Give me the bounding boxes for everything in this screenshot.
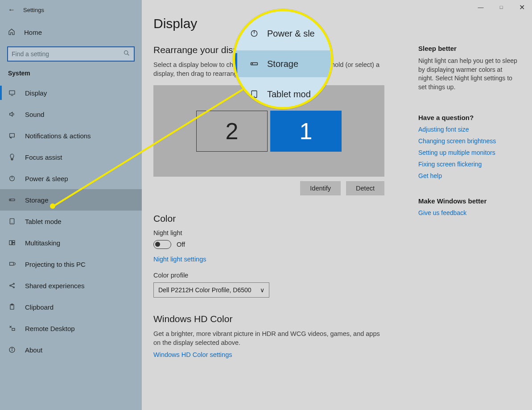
storage-icon xyxy=(8,196,16,203)
chevron-down-icon: ∨ xyxy=(260,286,264,294)
sidebar-item-label: About xyxy=(25,346,42,354)
sidebar-item-focus-assist[interactable]: Focus assist xyxy=(0,146,142,168)
svg-point-18 xyxy=(13,287,15,288)
night-light-label: Night light xyxy=(153,229,520,236)
sidebar-item-label: Display xyxy=(25,89,47,97)
projecting-icon xyxy=(8,261,16,268)
window-title: Settings xyxy=(23,7,44,13)
svg-point-28 xyxy=(12,348,12,348)
sidebar-item-label: Clipboard xyxy=(25,303,54,311)
sidebar-item-clipboard[interactable]: Clipboard xyxy=(0,296,142,318)
sidebar-item-remote-desktop[interactable]: Remote Desktop xyxy=(0,318,142,339)
svg-line-20 xyxy=(11,286,13,287)
svg-line-19 xyxy=(11,284,13,286)
svg-marker-4 xyxy=(10,112,12,116)
sidebar-item-label: Power & sleep xyxy=(25,175,68,182)
svg-rect-2 xyxy=(9,91,15,94)
sidebar-item-multitasking[interactable]: Multitasking xyxy=(0,232,142,253)
monitor-2[interactable]: 2 xyxy=(196,111,268,152)
toggle-state: Off xyxy=(177,241,185,248)
sidebar-item-storage[interactable]: Storage xyxy=(0,189,142,211)
hd-color-desc: Get a brighter, more vibrant picture in … xyxy=(153,330,385,347)
sidebar-section-label: System xyxy=(0,68,142,82)
close-button[interactable]: ✕ xyxy=(511,0,532,14)
feedback-link[interactable]: Give us feedback xyxy=(418,209,519,216)
color-profile-value: Dell P2212H Color Profile, D6500 xyxy=(158,286,252,294)
help-link[interactable]: Fixing screen flickering xyxy=(418,161,519,168)
sidebar-item-projecting[interactable]: Projecting to this PC xyxy=(0,253,142,275)
help-link[interactable]: Get help xyxy=(418,172,519,179)
window-controls: — □ ✕ xyxy=(470,0,532,14)
about-icon xyxy=(8,346,16,353)
rearrange-desc: Select a display below to change the set… xyxy=(153,61,385,78)
feedback-title: Make Windows better xyxy=(418,197,519,205)
search-input[interactable] xyxy=(12,50,123,58)
help-link[interactable]: Changing screen brightness xyxy=(418,137,519,145)
focus-assist-icon xyxy=(8,153,16,161)
display-arrangement[interactable]: 2 1 xyxy=(153,85,384,177)
search-icon xyxy=(123,50,130,58)
sleep-better-title: Sleep better xyxy=(418,45,519,52)
search-box[interactable] xyxy=(7,46,135,62)
svg-line-1 xyxy=(128,54,129,56)
svg-rect-12 xyxy=(9,240,12,244)
svg-point-17 xyxy=(13,283,15,285)
sidebar-item-display[interactable]: Display xyxy=(0,82,142,104)
sidebar-item-label: Notifications & actions xyxy=(25,132,91,140)
sleep-better-body: Night light can help you get to sleep by… xyxy=(418,57,519,91)
minimize-button[interactable]: — xyxy=(470,0,491,14)
multitasking-icon xyxy=(8,239,16,246)
sidebar-item-notifications[interactable]: Notifications & actions xyxy=(0,125,142,146)
hd-color-settings-link[interactable]: Windows HD Color settings xyxy=(153,351,232,358)
sidebar-item-label: Tablet mode xyxy=(25,218,62,225)
shared-icon xyxy=(8,282,16,289)
svg-rect-25 xyxy=(12,328,15,331)
sidebar-item-label: Focus assist xyxy=(25,153,62,161)
sidebar-item-shared-experiences[interactable]: Shared experiences xyxy=(0,275,142,296)
svg-point-0 xyxy=(124,51,128,54)
color-profile-select[interactable]: Dell P2212H Color Profile, D6500 ∨ xyxy=(153,282,269,298)
sidebar-item-sound[interactable]: Sound xyxy=(0,104,142,125)
power-icon xyxy=(8,175,16,182)
monitor-1[interactable]: 1 xyxy=(270,111,342,152)
sidebar-home[interactable]: Home xyxy=(0,22,142,42)
svg-rect-13 xyxy=(12,240,15,242)
svg-rect-15 xyxy=(10,262,14,265)
color-profile-label: Color profile xyxy=(153,272,520,279)
night-light-settings-link[interactable]: Night light settings xyxy=(153,256,206,263)
clipboard-icon xyxy=(8,303,16,311)
display-icon xyxy=(8,89,16,96)
titlebar-left: ← Settings xyxy=(0,0,142,20)
hd-color-heading: Windows HD Color xyxy=(153,314,520,324)
svg-rect-14 xyxy=(12,243,15,245)
sidebar: ← Settings Home System Display Sound Not… xyxy=(0,0,142,410)
sidebar-item-power-sleep[interactable]: Power & sleep xyxy=(0,168,142,189)
sidebar-item-label: Remote Desktop xyxy=(25,325,75,332)
svg-point-16 xyxy=(10,285,11,286)
sidebar-item-label: Projecting to this PC xyxy=(25,261,86,268)
notifications-icon xyxy=(8,132,16,139)
sidebar-item-label: Sound xyxy=(25,111,44,118)
svg-point-9 xyxy=(10,199,11,200)
right-panel: Sleep better Night light can help you ge… xyxy=(418,45,519,221)
help-link[interactable]: Setting up multiple monitors xyxy=(418,149,519,156)
night-light-toggle[interactable] xyxy=(153,240,171,249)
remote-desktop-icon xyxy=(8,325,16,332)
sidebar-item-tablet-mode[interactable]: Tablet mode xyxy=(0,211,142,232)
sound-icon xyxy=(8,111,16,118)
main-content: Display Rearrange your displays Select a… xyxy=(142,0,532,410)
back-icon[interactable]: ← xyxy=(8,6,15,14)
tablet-icon xyxy=(8,218,16,225)
maximize-button[interactable]: □ xyxy=(491,0,511,14)
help-link[interactable]: Adjusting font size xyxy=(418,126,519,133)
sidebar-item-about[interactable]: About xyxy=(0,339,142,360)
svg-rect-5 xyxy=(10,133,15,137)
page-title: Display xyxy=(153,16,520,31)
sidebar-home-label: Home xyxy=(24,29,42,36)
sidebar-item-label: Storage xyxy=(25,196,49,204)
home-icon xyxy=(8,28,15,37)
sidebar-item-label: Multitasking xyxy=(25,239,60,247)
identify-button[interactable]: Identify xyxy=(300,181,341,195)
question-title: Have a question? xyxy=(418,114,519,121)
detect-button[interactable]: Detect xyxy=(346,181,384,195)
